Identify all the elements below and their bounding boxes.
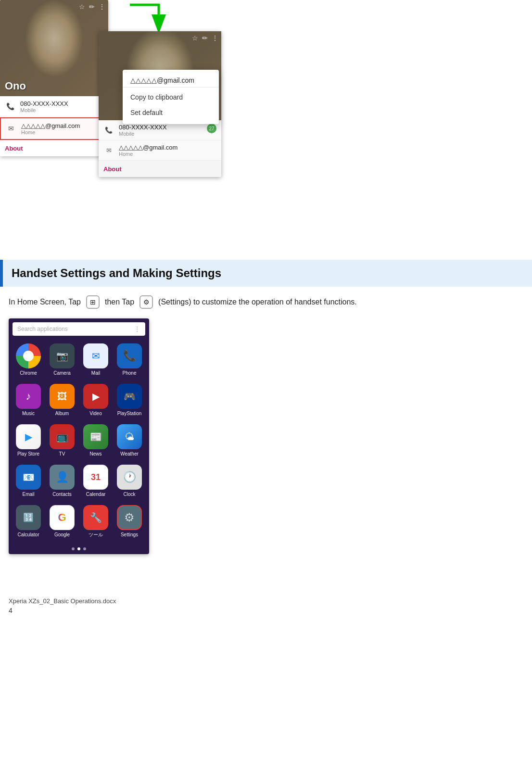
card-right: ☆ ✏ ⋮ △△△△△@gmail.com Copy to clipboard …: [99, 31, 221, 177]
card-left-email-row: ✉ △△△△△@gmail.com Home: [0, 117, 108, 140]
app-item-calendar[interactable]: 31Calendar: [79, 461, 113, 501]
app-icon-camera[interactable]: 📷: [50, 343, 75, 368]
app-label-video: Video: [89, 411, 101, 417]
app-label-email: Email: [22, 492, 34, 497]
app-item-settings[interactable]: ⚙Settings: [113, 501, 146, 542]
body-text: In Home Screen, Tap ⊞ then Tap ⚙ (Settin…: [0, 287, 532, 314]
email-address-right: △△△△△@gmail.com: [119, 144, 177, 151]
card-left-photo: ☆ ✏ ⋮ Ono: [0, 0, 108, 96]
card-left-icon-row: ☆ ✏ ⋮: [79, 3, 105, 11]
app-icon-google[interactable]: G: [50, 505, 75, 530]
card-right-email-row: ✉ △△△△△@gmail.com Home: [99, 140, 221, 161]
app-item-camera[interactable]: 📷Camera: [45, 340, 79, 380]
app-icon-phone-app[interactable]: 📞: [117, 343, 142, 368]
app-item-phone[interactable]: 📞Phone: [113, 340, 146, 380]
app-label-news: News: [89, 451, 101, 457]
search-placeholder: Search applications: [17, 326, 68, 332]
app-item-email[interactable]: 📧Email: [12, 461, 45, 501]
page-dot-2: [77, 547, 80, 550]
app-label-contacts: Contacts: [52, 492, 71, 497]
card-right-about[interactable]: About: [99, 161, 221, 177]
app-icon-weather[interactable]: 🌤: [117, 424, 142, 449]
app-icon-calendar[interactable]: 31: [83, 465, 108, 490]
email-icon-right: ✉: [103, 145, 114, 155]
app-item-calculator[interactable]: 🔢Calculator: [12, 501, 45, 542]
top-section: ☆ ✏ ⋮ Ono 📞 080-XXXX-XXXX Mobile ✉ △△△△△…: [0, 0, 532, 255]
app-label-camera: Camera: [53, 370, 71, 376]
app-label-settings: Settings: [121, 532, 138, 538]
app-item-tv[interactable]: 📺TV: [45, 420, 79, 461]
app-icon-chrome[interactable]: [16, 343, 41, 368]
contact-name-left: Ono: [5, 80, 26, 92]
phone-info-right: 080-XXXX-XXXX Mobile: [119, 124, 167, 137]
footer-page: 4: [9, 607, 523, 614]
app-icon-calculator[interactable]: 🔢: [16, 505, 41, 530]
app-icon-news[interactable]: 📰: [83, 424, 108, 449]
app-label-ツール: ツール: [89, 532, 103, 538]
phone-icon-right: 📞: [103, 125, 114, 135]
email-icon: ✉: [6, 123, 16, 134]
app-icon-music[interactable]: ♪: [16, 384, 41, 409]
app-item-album[interactable]: 🖼Album: [45, 380, 79, 420]
app-icon-tv[interactable]: 📺: [50, 424, 75, 449]
app-item-clock[interactable]: 🕐Clock: [113, 461, 146, 501]
phone-info: 080-XXXX-XXXX Mobile: [20, 100, 68, 113]
app-label-calculator: Calculator: [17, 532, 39, 538]
phone-number: 080-XXXX-XXXX: [20, 100, 68, 107]
more-icon-right: ⋮: [212, 34, 218, 42]
app-label-play-store: Play Store: [17, 451, 39, 457]
app-icon-contacts[interactable]: 👤: [50, 465, 75, 490]
app-label-music: Music: [22, 411, 35, 417]
app-item-music[interactable]: ♪Music: [12, 380, 45, 420]
card-left-phone-row: 📞 080-XXXX-XXXX Mobile: [0, 96, 108, 117]
phone-bottom-dots: [9, 545, 149, 554]
app-icon-clock[interactable]: 🕐: [117, 465, 142, 490]
app-icon-album[interactable]: 🖼: [50, 384, 75, 409]
app-item-contacts[interactable]: 👤Contacts: [45, 461, 79, 501]
email-type-right: Home: [119, 151, 177, 157]
body-text-before: In Home Screen, Tap: [9, 296, 81, 308]
app-item-weather[interactable]: 🌤Weather: [113, 420, 146, 461]
more-icon: ⋮: [99, 3, 105, 11]
app-icon-email[interactable]: 📧: [16, 465, 41, 490]
app-label-chrome: Chrome: [20, 370, 37, 376]
app-item-video[interactable]: ▶Video: [79, 380, 113, 420]
app-label-google: Google: [54, 532, 70, 538]
app-item-news[interactable]: 📰News: [79, 420, 113, 461]
edit-icon-right: ✏: [202, 34, 208, 42]
card-right-icon-row: ☆ ✏ ⋮: [192, 34, 218, 42]
app-icon-settings-app[interactable]: ⚙: [117, 505, 142, 530]
arrow-container: [125, 0, 173, 34]
body-text-after: (Settings) to customize the operation of…: [158, 296, 357, 308]
app-item-playstation[interactable]: 🎮PlayStation: [113, 380, 146, 420]
card-left-about[interactable]: About: [0, 140, 108, 156]
app-item-google[interactable]: GGoogle: [45, 501, 79, 542]
star-icon: ☆: [79, 3, 85, 11]
app-label-phone: Phone: [123, 370, 137, 376]
phone-type-right: Mobile: [119, 131, 167, 137]
set-default-item[interactable]: Set default: [123, 105, 219, 120]
app-icon-playstore[interactable]: ▶: [16, 424, 41, 449]
copy-to-clipboard-item[interactable]: Copy to clipboard: [123, 89, 219, 105]
page-dot-3: [83, 547, 86, 550]
email-address: △△△△△@gmail.com: [21, 122, 80, 129]
app-icon-tools[interactable]: 🔧: [83, 505, 108, 530]
app-icon-video[interactable]: ▶: [83, 384, 108, 409]
app-item-mail[interactable]: ✉Mail: [79, 340, 113, 380]
email-type: Home: [21, 129, 80, 135]
phone-screenshot: Search applications ⋮ Chrome📷Camera✉Mail…: [9, 318, 149, 554]
page-dot-1: [72, 547, 75, 550]
app-label-album: Album: [55, 411, 69, 417]
phone-type: Mobile: [20, 107, 68, 113]
app-item-play-store[interactable]: ▶Play Store: [12, 420, 45, 461]
app-icon-mail[interactable]: ✉: [83, 343, 108, 368]
star-icon-right: ☆: [192, 34, 198, 42]
popup-menu: △△△△△@gmail.com Copy to clipboard Set de…: [123, 70, 219, 124]
phone-search-bar[interactable]: Search applications ⋮: [13, 322, 145, 336]
app-drawer-icon: ⊞: [86, 295, 100, 309]
app-item-ツール[interactable]: 🔧ツール: [79, 501, 113, 542]
app-icon-playstation[interactable]: 🎮: [117, 384, 142, 409]
card-right-info: 📞 080-XXXX-XXXX Mobile 27 ✉ △△△△△@gmail.…: [99, 120, 221, 161]
section-title: Handset Settings and Making Settings: [12, 266, 523, 280]
app-item-chrome[interactable]: Chrome: [12, 340, 45, 380]
